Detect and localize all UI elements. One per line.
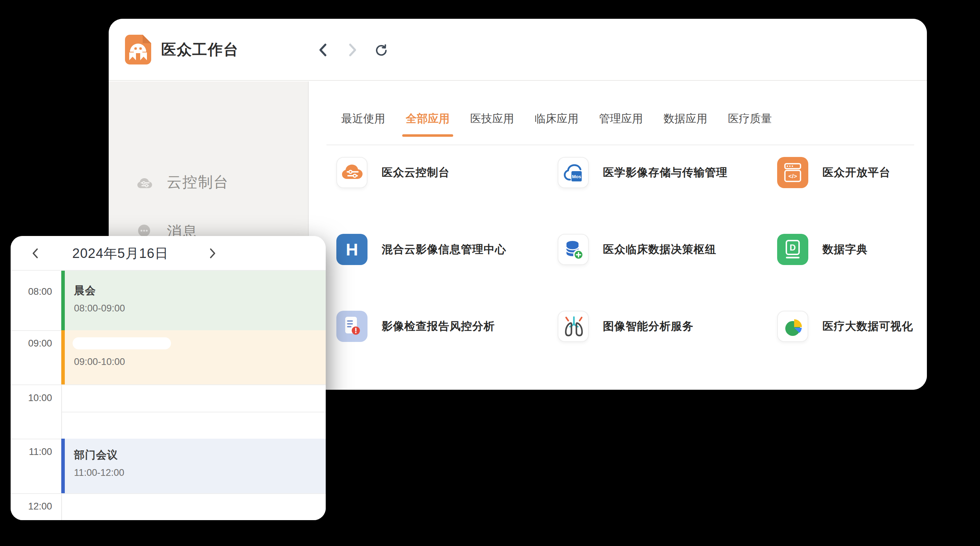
tab-bar: 最近使用 全部应用 医技应用 临床应用 管理应用 数据应用 医疗质量 bbox=[309, 81, 927, 145]
tab-divider bbox=[326, 145, 914, 145]
app-label: 医众开放平台 bbox=[822, 165, 891, 180]
tab-clinical-apps[interactable]: 临床应用 bbox=[535, 111, 579, 137]
time-label: 08:00 bbox=[11, 286, 52, 297]
app-item-image-storage[interactable]: Mos 医学影像存储与传输管理 bbox=[558, 157, 727, 188]
app-item-report-risk-analysis[interactable]: 影像检查报告风控分析 bbox=[336, 311, 495, 342]
window-header: 医众工作台 bbox=[109, 19, 927, 81]
app-label: 图像智能分析服务 bbox=[603, 319, 694, 334]
time-label: 09:00 bbox=[11, 338, 52, 349]
forward-button chevron-right-icon[interactable] bbox=[346, 42, 359, 58]
app-label: 数据字典 bbox=[822, 242, 868, 257]
app-logo mascot-document-icon bbox=[125, 35, 151, 64]
back-button chevron-left-icon[interactable] bbox=[317, 42, 329, 58]
cloud-sliders-icon bbox=[135, 174, 154, 190]
browser-nav bbox=[317, 19, 388, 81]
app-label: 混合云影像信息管理中心 bbox=[382, 242, 506, 257]
half-hour-gridline bbox=[62, 412, 326, 412]
event-time: 08:00-09:00 bbox=[74, 303, 326, 314]
app-item-image-ai-analysis[interactable]: 图像智能分析服务 bbox=[558, 311, 694, 342]
app-label: 医众云控制台 bbox=[382, 165, 450, 180]
code-window-icon: </> bbox=[777, 157, 808, 188]
app-item-data-dictionary[interactable]: D 数据字典 bbox=[777, 234, 868, 265]
event-title: 晨会 bbox=[74, 283, 326, 298]
calendar-day-grid: 08:00 09:00 10:00 11:00 12:00 晨会 08:00-0… bbox=[11, 271, 326, 520]
calendar-event-redacted[interactable]: 09:00-10:00 bbox=[61, 330, 326, 385]
app-label: 医众临床数据决策枢纽 bbox=[603, 242, 716, 257]
lungs-icon bbox=[558, 311, 589, 342]
window-title: 医众工作台 bbox=[161, 40, 239, 59]
sidebar-item-label: 云控制台 bbox=[167, 172, 229, 192]
main-content: 最近使用 全部应用 医技应用 临床应用 管理应用 数据应用 医疗质量 bbox=[309, 81, 927, 390]
svg-text:Mos: Mos bbox=[572, 174, 581, 179]
report-alert-icon bbox=[336, 311, 368, 342]
calendar-header: 2024年5月16日 bbox=[11, 236, 326, 271]
app-item-clinical-data-hub[interactable]: 医众临床数据决策枢纽 bbox=[558, 234, 716, 265]
event-time: 09:00-10:00 bbox=[74, 356, 326, 367]
tab-medtech-apps[interactable]: 医技应用 bbox=[470, 111, 514, 137]
calendar-panel: 2024年5月16日 08:00 09:00 10:00 11:00 12:00… bbox=[11, 236, 326, 520]
database-plus-icon bbox=[558, 234, 589, 265]
time-label: 12:00 bbox=[11, 501, 52, 512]
app-item-open-platform[interactable]: </> 医众开放平台 bbox=[777, 157, 891, 188]
app-label: 医学影像存储与传输管理 bbox=[603, 165, 727, 180]
calendar-event-department-meeting[interactable]: 部门会议 11:00-12:00 bbox=[61, 439, 326, 493]
tab-admin-apps[interactable]: 管理应用 bbox=[599, 111, 643, 137]
app-item-cloud-console[interactable]: 医众云控制台 bbox=[336, 157, 450, 188]
calendar-prev-button chevron-left-icon[interactable] bbox=[28, 236, 43, 271]
pie-chart-icon bbox=[777, 311, 808, 342]
tab-all-apps[interactable]: 全部应用 bbox=[406, 111, 450, 137]
refresh-button refresh-icon[interactable] bbox=[375, 42, 388, 58]
sidebar-item-cloud-console[interactable]: 云控制台 bbox=[135, 168, 229, 196]
svg-text:</>: </> bbox=[789, 173, 797, 180]
hour-gridline bbox=[11, 385, 326, 385]
letter-h-icon: H bbox=[336, 234, 368, 265]
tab-data-apps[interactable]: 数据应用 bbox=[663, 111, 707, 137]
svg-text:D: D bbox=[789, 243, 795, 252]
mos-cloud-icon: Mos bbox=[558, 157, 589, 188]
event-time: 11:00-12:00 bbox=[74, 467, 326, 478]
page: 医众工作台 bbox=[0, 0, 980, 546]
app-label: 医疗大数据可视化 bbox=[822, 319, 913, 334]
orange-cloud-sliders-icon bbox=[336, 157, 368, 188]
calendar-event-morning-meeting[interactable]: 晨会 08:00-09:00 bbox=[61, 271, 326, 330]
calendar-date-label: 2024年5月16日 bbox=[57, 236, 184, 271]
time-label: 10:00 bbox=[11, 393, 52, 404]
app-label: 影像检查报告风控分析 bbox=[382, 319, 495, 334]
time-label: 11:00 bbox=[11, 447, 52, 457]
redacted-title-pill bbox=[73, 337, 171, 350]
app-item-hybrid-cloud-center[interactable]: H 混合云影像信息管理中心 bbox=[336, 234, 506, 265]
dictionary-book-icon: D bbox=[777, 234, 808, 265]
tab-recent[interactable]: 最近使用 bbox=[341, 111, 385, 137]
calendar-next-button chevron-right-icon[interactable] bbox=[205, 236, 220, 271]
tab-quality[interactable]: 医疗质量 bbox=[728, 111, 772, 137]
hour-gridline bbox=[11, 493, 326, 494]
event-title: 部门会议 bbox=[74, 448, 326, 462]
app-item-bigdata-visualization[interactable]: 医疗大数据可视化 bbox=[777, 311, 913, 342]
